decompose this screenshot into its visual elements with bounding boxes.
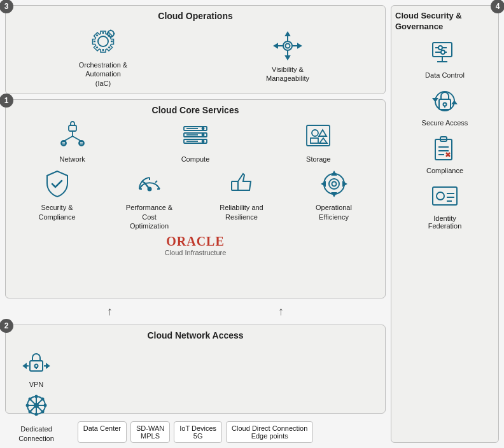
compliance-item: Compliance: [395, 133, 494, 174]
svg-point-94: [437, 192, 444, 200]
performance-label: Performance &Cost Optimization: [124, 203, 175, 230]
vpn-lock-icon: [20, 344, 53, 377]
network-gear-icon: [271, 29, 304, 62]
svg-point-43: [332, 182, 336, 186]
svg-point-30: [312, 130, 318, 136]
storage-label: Storage: [306, 155, 331, 164]
vpn-label: VPN: [29, 380, 44, 389]
data-control-item: Data Control: [395, 38, 494, 79]
secure-access-icon: [429, 85, 461, 117]
cloud-core-title: Cloud Core Services: [11, 105, 380, 115]
oracle-sub: Cloud Infrastructure: [165, 249, 227, 256]
section-number-1: 1: [0, 94, 13, 108]
svg-point-62: [35, 413, 38, 416]
arrow-up-left: ↑: [107, 305, 113, 318]
cloud-core-services-section: 1 Cloud Core Services: [5, 99, 386, 298]
storage-item: Storage: [293, 119, 344, 164]
svg-rect-81: [439, 99, 451, 109]
reliability-label: Reliability andResilience: [220, 203, 263, 221]
visibility-item: Visibility &Manageability: [262, 29, 313, 83]
core-row-1: Network: [11, 119, 380, 164]
svg-point-0: [98, 36, 108, 46]
svg-point-82: [444, 102, 447, 106]
network-icons-row: VPN: [11, 344, 380, 448]
svg-point-49: [35, 365, 38, 368]
svg-marker-84: [433, 99, 437, 101]
network-label: Network: [59, 155, 85, 164]
svg-rect-19: [80, 142, 83, 144]
reliability-item: Reliability andResilience: [216, 167, 267, 221]
compliance-label: Compliance: [426, 167, 463, 174]
cloud-network-title: Cloud Network Access: [11, 330, 380, 340]
svg-point-63: [26, 404, 29, 407]
left-column: 3 Cloud Operations: [5, 5, 386, 443]
svg-point-60: [34, 403, 39, 408]
cloud-operations-title: Cloud Operations: [11, 11, 380, 21]
network-icon: [56, 119, 89, 152]
vpn-item: VPN: [11, 344, 62, 389]
svg-marker-47: [322, 182, 325, 186]
svg-marker-33: [319, 138, 327, 143]
svg-point-61: [35, 395, 38, 398]
cog-arrows-icon: [318, 167, 351, 200]
svg-marker-9: [298, 44, 301, 48]
cloud-ops-icons: Orchestration &Automation (IaC): [11, 25, 380, 88]
arrows-row: ↑ ↑: [5, 304, 386, 319]
svg-marker-8: [274, 44, 277, 48]
svg-point-64: [44, 404, 47, 407]
secure-access-label: Secure Access: [422, 119, 468, 127]
operational-item: OperationalEfficiency: [309, 167, 360, 221]
arrow-up-right: ↑: [278, 305, 284, 318]
svg-marker-45: [343, 182, 346, 186]
svg-point-25: [202, 141, 204, 143]
svg-point-10: [283, 41, 292, 50]
svg-point-42: [329, 179, 339, 189]
network-item: Network: [47, 119, 98, 164]
svg-marker-44: [332, 172, 336, 175]
svg-line-38: [155, 181, 157, 183]
compute-item: Compute: [170, 119, 221, 164]
svg-point-24: [202, 134, 204, 136]
svg-point-80: [441, 50, 445, 54]
dedicated-label: Dedicated Connection: [11, 424, 62, 443]
dedicated-item: Dedicated Connection: [11, 389, 62, 443]
svg-point-40: [148, 188, 151, 191]
svg-marker-85: [452, 101, 456, 104]
identity-federation-label: IdentityFederation: [428, 214, 462, 230]
svg-rect-48: [30, 361, 43, 371]
oracle-text: ORACLE: [166, 234, 225, 249]
svg-point-65: [29, 398, 32, 401]
svg-marker-46: [332, 193, 336, 196]
identity-federation-item: IdentityFederation: [395, 181, 494, 230]
svg-rect-32: [311, 138, 318, 143]
globe-icon: [20, 443, 53, 448]
operational-label: OperationalEfficiency: [316, 203, 352, 221]
svg-marker-6: [286, 32, 290, 36]
storage-icon: [302, 119, 335, 152]
dedicated-icon: [20, 389, 53, 422]
svg-marker-7: [286, 56, 290, 59]
visibility-label: Visibility &Manageability: [266, 65, 309, 83]
svg-marker-54: [46, 364, 49, 368]
core-row-2: Security &Compliance: [11, 167, 380, 230]
internet-item: Internet: [11, 443, 62, 448]
svg-marker-31: [319, 130, 326, 136]
svg-point-23: [202, 128, 204, 130]
svg-point-68: [29, 410, 32, 414]
oracle-logo-area: ORACLE Cloud Infrastructure: [11, 234, 380, 256]
compute-label: Compute: [181, 155, 210, 164]
data-control-icon: [429, 38, 461, 69]
identity-icon: [429, 181, 461, 213]
shield-check-icon: [41, 167, 74, 200]
cloud-operations-section: 3 Cloud Operations: [5, 5, 386, 94]
thumbsup-icon: [225, 167, 258, 200]
security-compliance-label: Security &Compliance: [38, 203, 75, 221]
speedometer-icon: [133, 167, 166, 200]
secure-access-item: Secure Access: [395, 85, 494, 127]
performance-item: Performance &Cost Optimization: [124, 167, 175, 230]
section-number-2: 2: [0, 319, 13, 333]
orchestration-label: Orchestration &Automation (IaC): [78, 60, 129, 88]
orchestration-item: Orchestration &Automation (IaC): [78, 25, 129, 88]
svg-point-67: [41, 398, 45, 401]
data-control-label: Data Control: [425, 71, 465, 79]
